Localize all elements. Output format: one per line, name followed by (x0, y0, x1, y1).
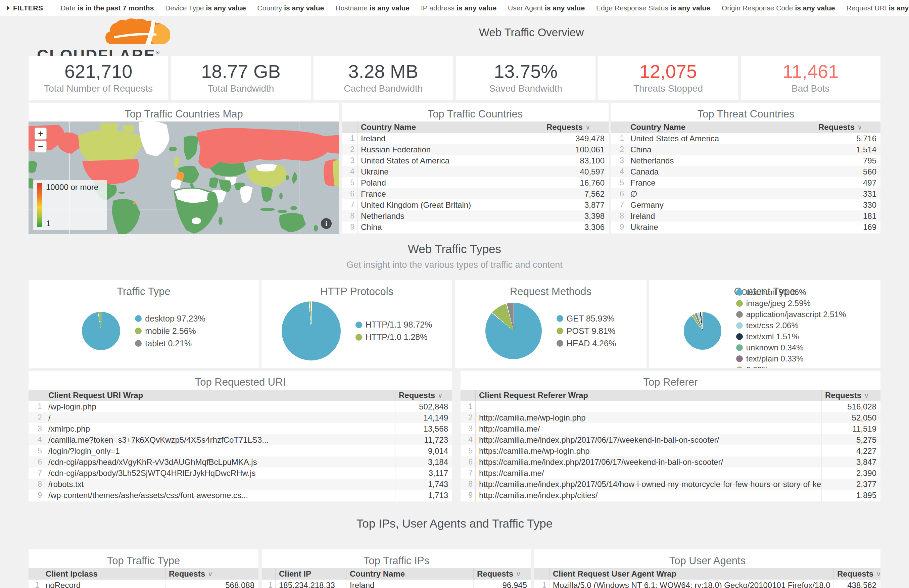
legend-item[interactable]: desktop 97.23% (135, 314, 205, 323)
sort-desc-icon[interactable]: ∨ (208, 570, 213, 578)
content-type-pie[interactable] (684, 312, 722, 350)
cell-country[interactable]: Canada (357, 233, 543, 234)
info-icon[interactable]: i (321, 218, 332, 229)
cell-country[interactable]: United Kingdom (Great Britain) (357, 199, 543, 210)
cell-referer[interactable]: http://camilia.me/index.php/2017/06/17/w… (475, 434, 822, 445)
column-header-requests[interactable]: Requests∨ (395, 390, 452, 401)
cell-requests[interactable]: 560 (815, 166, 880, 177)
legend-item[interactable]: GET 85.93% (557, 314, 616, 323)
sort-desc-icon[interactable]: ∨ (585, 123, 591, 131)
cell-referer[interactable]: https://camilia.me/ (475, 467, 822, 478)
legend-item[interactable]: text/css 2.06% (736, 321, 846, 330)
cell-requests[interactable]: 181 (815, 210, 880, 221)
cell-country[interactable]: Ireland (627, 210, 815, 221)
legend-item[interactable]: application/javascript 2.51% (736, 310, 846, 319)
cell-requests[interactable]: 1,743 (395, 478, 452, 489)
cell-country[interactable]: Ukraine (357, 166, 543, 177)
cell-uri[interactable]: /login/?login_only=1 (45, 445, 395, 456)
column-header-user-agent[interactable]: Client Request User Agent Wrap (549, 568, 833, 580)
cell-country[interactable]: United States of America (357, 155, 543, 166)
column-header-requests[interactable]: Requests∨ (473, 568, 531, 580)
cell-requests[interactable]: 100,061 (543, 144, 609, 155)
cell-requests[interactable]: 349,478 (543, 133, 609, 144)
sort-desc-icon[interactable]: ∨ (438, 391, 443, 399)
cell-country[interactable]: China (627, 144, 815, 155)
filters-toggle[interactable]: FILTERS (7, 4, 43, 12)
traffic-type-pie[interactable] (82, 312, 120, 350)
cell-requests[interactable]: 5,716 (815, 133, 880, 144)
cell-country[interactable]: Canada (627, 166, 815, 177)
cell-requests[interactable]: 3,847 (822, 456, 880, 467)
zoom-in-button[interactable]: + (35, 128, 47, 140)
cell-referer[interactable]: http://camilia.me/index.php/about/ (475, 501, 822, 502)
cell-requests[interactable]: 13,568 (395, 423, 452, 434)
cell-referer[interactable]: http://camilia.me/ (475, 423, 822, 434)
cell-referer[interactable] (475, 401, 822, 412)
cell-requests[interactable]: 169 (815, 221, 880, 233)
cell-requests[interactable]: 159 (815, 233, 880, 234)
cell-requests[interactable]: 4,227 (822, 445, 880, 456)
cell-requests[interactable]: 3,117 (395, 467, 452, 478)
cell-requests[interactable]: 2,377 (822, 478, 880, 489)
column-header-country[interactable]: Country Name (357, 121, 543, 133)
cell-requests[interactable]: 1,672 (395, 501, 452, 502)
kpi-value[interactable]: 621,710 (65, 62, 132, 82)
legend-item[interactable]: HTTP/1.1 98.72% (355, 320, 432, 330)
column-header-requests[interactable]: Requests∨ (833, 568, 880, 580)
cell-uri[interactable]: /wp-content/themes/ashe/style.css?ver=1.… (45, 501, 395, 502)
cell-requests[interactable]: 3,306 (543, 221, 609, 233)
cell-requests[interactable]: 5,275 (822, 434, 880, 445)
cell-requests[interactable]: 438,562 (833, 580, 880, 588)
cell-uri[interactable]: / (45, 412, 395, 423)
cell-uri[interactable]: /xmlrpc.php (45, 423, 395, 434)
cell-requests[interactable]: 3,184 (395, 456, 452, 467)
column-header-client-ip[interactable]: Client IP (275, 568, 346, 580)
cell-country[interactable]: Singapore (627, 233, 815, 234)
sort-desc-icon[interactable]: ∨ (857, 123, 862, 131)
filter-item-request-uri[interactable]: Request URIis any value (846, 4, 909, 12)
kpi-value[interactable]: 18.77 GB (201, 62, 281, 82)
cell-requests[interactable]: 14,149 (395, 412, 452, 423)
cell-user-agent[interactable]: Mozilla/5.0 (Windows NT 6.1; WOW64; rv:1… (549, 580, 833, 588)
filter-item-hostname[interactable]: Hostnameis any value (335, 4, 410, 12)
cell-requests[interactable]: 497 (815, 177, 880, 188)
cell-referer[interactable]: http://camilia.me/wp-login.php (475, 412, 822, 423)
cell-requests[interactable]: 502,848 (395, 401, 452, 412)
legend-item[interactable]: POST 9.81% (557, 326, 616, 336)
column-header-country[interactable]: Country Name (627, 121, 815, 133)
cell-requests[interactable]: 1,895 (822, 489, 880, 501)
cell-requests[interactable]: 96,945 (473, 580, 531, 588)
cell-uri[interactable]: /robots.txt (45, 478, 395, 489)
cell-requests[interactable]: 16,760 (543, 177, 609, 188)
cell-country[interactable]: Russian Federation (357, 144, 543, 155)
cell-country[interactable]: Ireland (357, 133, 543, 144)
column-header-requests[interactable]: Requests∨ (165, 568, 258, 580)
cell-requests[interactable]: 516,028 (822, 401, 880, 412)
cell-client-ip[interactable]: 185.234.218.33 (275, 580, 346, 588)
world-map[interactable]: + − 10000 or more 1 i (29, 121, 339, 234)
zoom-out-button[interactable]: − (35, 141, 47, 153)
legend-item[interactable]: image/jpeg 2.59% (736, 299, 846, 308)
cell-country[interactable]: Netherlands (627, 155, 815, 166)
cell-requests[interactable]: 7,562 (543, 188, 609, 199)
cell-country[interactable]: Ukraine (627, 221, 815, 233)
legend-item[interactable]: 0.20% (736, 365, 846, 368)
cell-requests[interactable]: 1,473 (822, 501, 880, 502)
cell-country[interactable]: United States of America (627, 133, 815, 144)
cell-uri[interactable]: /cdn-cgi/apps/head/xVgyKhR-vV3dAUGhMqfBc… (45, 456, 395, 467)
column-header-requests[interactable]: Requests∨ (543, 121, 609, 133)
cell-referer[interactable]: https://camilia.me/wp-login.php (475, 445, 822, 456)
kpi-value[interactable]: 3.28 MB (349, 62, 418, 82)
sort-desc-icon[interactable]: ∨ (864, 391, 869, 399)
column-header-requests[interactable]: Requests∨ (822, 390, 880, 401)
cell-requests[interactable]: 795 (815, 155, 880, 166)
filter-item-device-type[interactable]: Device Typeis any value (165, 4, 246, 12)
filter-item-ip-address[interactable]: IP addressis any value (421, 4, 496, 12)
request-methods-pie[interactable] (485, 303, 542, 359)
filter-item-user-agent[interactable]: User Agentis any value (508, 4, 585, 12)
kpi-value[interactable]: 12,075 (639, 62, 697, 82)
cell-requests[interactable]: 3,398 (543, 210, 609, 221)
cell-country[interactable]: Ireland (346, 580, 473, 588)
cell-referer[interactable]: http://camilia.me/index.php/2017/05/14/h… (475, 478, 822, 489)
cell-country[interactable]: France (627, 177, 815, 188)
